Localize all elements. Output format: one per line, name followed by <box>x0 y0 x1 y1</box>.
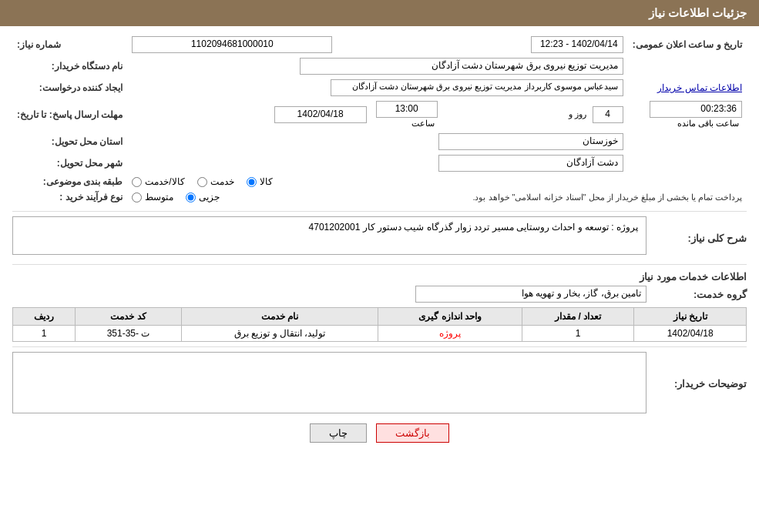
process-jazii-label: جزیی <box>199 192 220 202</box>
creator-label: ایجاد کننده درخواست: <box>12 77 127 99</box>
contact-link[interactable]: اطلاعات تماس خریدار <box>657 82 742 93</box>
process-jazii-option[interactable]: جزیی <box>186 192 220 202</box>
services-section-label: اطلاعات خدمات مورد نیاز <box>12 271 747 283</box>
col-row-header: ردیف <box>13 308 76 326</box>
deadline-time: 13:00 <box>376 101 438 118</box>
process-radio-group: متوسط جزیی <box>132 192 437 202</box>
process-notice: پرداخت تمام یا بخشی از مبلغ خریدار از مح… <box>472 192 742 202</box>
print-button[interactable]: چاپ <box>310 423 367 443</box>
category-kala-radio[interactable] <box>247 177 257 187</box>
process-motavasset-label: متوسط <box>145 192 173 202</box>
category-khadamat-radio[interactable] <box>197 177 207 187</box>
divider-2 <box>12 264 747 265</box>
main-content: تاریخ و ساعت اعلان عمومی: 1402/04/14 - 1… <box>0 26 759 458</box>
back-button[interactable]: بازگشت <box>376 423 449 443</box>
buyer-org-label: نام دستگاه خریدار: <box>12 55 127 77</box>
divider-3 <box>12 346 747 347</box>
top-info-table: تاریخ و ساعت اعلان عمومی: 1402/04/14 - 1… <box>12 34 747 205</box>
col-name-header: نام خدمت <box>181 308 378 326</box>
process-jazii-radio[interactable] <box>186 192 196 202</box>
col-unit-header: واحد اندازه گیری <box>378 308 522 326</box>
need-number-value: 1102094681000010 <box>132 36 332 53</box>
deadline-remaining: 00:23:36 <box>650 101 742 118</box>
province-value: خوزستان <box>438 133 623 150</box>
service-group-value: تامین برق، گاز، بخار و تهویه هوا <box>415 286 646 303</box>
service-group-label: گروه خدمت: <box>646 289 747 300</box>
category-radio-group: کالا/خدمت خدمت کالا <box>132 176 623 187</box>
announce-date-value: 1402/04/14 - 12:23 <box>531 36 623 53</box>
row-count: 1 <box>522 326 634 342</box>
province-label: استان محل تحویل: <box>12 131 127 152</box>
category-label: طبقه بندی موضوعی: <box>12 174 127 189</box>
services-table: تاریخ نیاز تعداد / مقدار واحد اندازه گیر… <box>12 307 747 342</box>
category-kala-option[interactable]: کالا <box>247 176 273 187</box>
process-motavasset-radio[interactable] <box>132 192 142 202</box>
divider-1 <box>12 211 747 212</box>
deadline-time-label: ساعت <box>411 119 435 128</box>
process-label: نوع فرآیند خرید : <box>12 189 127 205</box>
row-number: 1 <box>13 326 76 342</box>
action-buttons: بازگشت چاپ <box>12 423 747 443</box>
page-wrapper: جزئیات اطلاعات نیاز تاریخ و ساعت اعلان ع… <box>0 0 759 532</box>
deadline-days: 4 <box>593 106 623 123</box>
category-kala-khadamat-option[interactable]: کالا/خدمت <box>132 176 184 187</box>
deadline-remaining-label: ساعت باقی مانده <box>677 119 739 128</box>
deadline-day-label: روز و <box>569 109 586 119</box>
service-group-row: گروه خدمت: تامین برق، گاز، بخار و تهویه … <box>12 286 747 303</box>
city-value: دشت آزادگان <box>438 155 623 172</box>
process-motavasset-option[interactable]: متوسط <box>132 192 173 202</box>
creator-value: سیدعباس موسوی کاربرداز مدیریت توزیع نیرو… <box>331 79 623 96</box>
row-code: ت -35-351 <box>76 326 181 342</box>
project-value: پروژه : توسعه و احداث روستایی مسیر تردد … <box>12 216 646 255</box>
row-name: تولید، انتقال و توزیع برق <box>181 326 378 342</box>
buyer-org-value: مدیریت توزیع نیروی برق شهرستان دشت آزادگ… <box>300 58 623 75</box>
page-title: جزئیات اطلاعات نیاز <box>649 6 747 19</box>
project-row: شرح کلی نیاز: پروژه : توسعه و احداث روست… <box>12 216 747 259</box>
row-unit: پروژه <box>378 326 522 342</box>
row-date: 1402/04/18 <box>634 326 747 342</box>
deadline-label: مهلت ارسال پاسخ: تا تاریخ: <box>12 99 127 131</box>
project-section-label: شرح کلی نیاز: <box>646 233 747 244</box>
city-label: شهر محل تحویل: <box>12 152 127 174</box>
col-code-header: کد خدمت <box>76 308 181 326</box>
category-kala-khadamat-label: کالا/خدمت <box>145 176 184 187</box>
page-header: جزئیات اطلاعات نیاز <box>0 0 759 26</box>
category-khadamat-label: خدمت <box>210 176 234 187</box>
table-row: 1402/04/18 1 پروژه تولید، انتقال و توزیع… <box>13 326 747 342</box>
category-khadamat-option[interactable]: خدمت <box>197 176 234 187</box>
category-kala-khadamat-radio[interactable] <box>132 177 142 187</box>
need-number-label: شماره نیاز: <box>12 34 127 55</box>
buyer-desc-textarea[interactable] <box>12 352 646 413</box>
buyer-desc-label: توضیحات خریدار: <box>646 378 747 390</box>
announce-date-label: تاریخ و ساعت اعلان عمومی: <box>628 34 747 55</box>
col-date-header: تاریخ نیاز <box>634 308 747 326</box>
col-count-header: تعداد / مقدار <box>522 308 634 326</box>
buyer-desc-row: توضیحات خریدار: <box>12 352 747 416</box>
deadline-date: 1402/04/18 <box>274 106 367 123</box>
category-kala-label: کالا <box>260 176 273 187</box>
